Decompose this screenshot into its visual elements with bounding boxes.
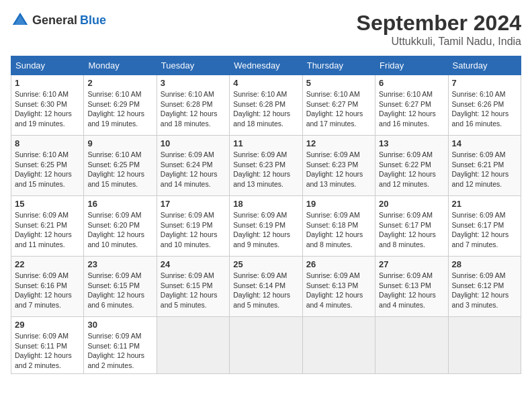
day-number: 9	[87, 138, 152, 148]
day-number: 5	[306, 78, 371, 88]
calendar-cell: 10Sunrise: 6:09 AMSunset: 6:24 PMDayligh…	[157, 136, 229, 196]
day-info: Sunrise: 6:09 AMSunset: 6:12 PMDaylight:…	[452, 271, 517, 310]
day-number: 6	[379, 78, 444, 88]
calendar-cell: 9Sunrise: 6:10 AMSunset: 6:25 PMDaylight…	[84, 136, 157, 196]
day-info: Sunrise: 6:09 AMSunset: 6:13 PMDaylight:…	[379, 271, 444, 310]
day-info: Sunrise: 6:09 AMSunset: 6:14 PMDaylight:…	[233, 271, 298, 310]
day-info: Sunrise: 6:09 AMSunset: 6:18 PMDaylight:…	[306, 210, 371, 250]
calendar-cell: 4Sunrise: 6:10 AMSunset: 6:28 PMDaylight…	[230, 75, 302, 136]
calendar-cell: 29Sunrise: 6:09 AMSunset: 6:11 PMDayligh…	[11, 317, 84, 374]
day-info: Sunrise: 6:09 AMSunset: 6:22 PMDaylight:…	[379, 150, 444, 189]
calendar-cell: 14Sunrise: 6:09 AMSunset: 6:21 PMDayligh…	[448, 136, 521, 196]
logo-general-text: General	[32, 13, 77, 28]
day-number: 18	[233, 199, 298, 209]
calendar-cell: 26Sunrise: 6:09 AMSunset: 6:13 PMDayligh…	[302, 257, 375, 317]
calendar-cell: 8Sunrise: 6:10 AMSunset: 6:25 PMDaylight…	[11, 136, 84, 196]
calendar-cell: 13Sunrise: 6:09 AMSunset: 6:22 PMDayligh…	[375, 136, 448, 196]
day-number: 16	[87, 199, 152, 209]
calendar-cell: 17Sunrise: 6:09 AMSunset: 6:19 PMDayligh…	[157, 196, 229, 257]
day-number: 26	[306, 259, 371, 269]
calendar-week-row: 15Sunrise: 6:09 AMSunset: 6:21 PMDayligh…	[11, 196, 521, 257]
day-info: Sunrise: 6:10 AMSunset: 6:28 PMDaylight:…	[161, 89, 226, 129]
day-info: Sunrise: 6:10 AMSunset: 6:27 PMDaylight:…	[379, 89, 444, 129]
day-number: 14	[452, 138, 517, 148]
day-info: Sunrise: 6:09 AMSunset: 6:16 PMDaylight:…	[15, 271, 80, 310]
day-number: 21	[452, 199, 517, 209]
day-info: Sunrise: 6:10 AMSunset: 6:25 PMDaylight:…	[15, 150, 80, 189]
day-number: 12	[306, 138, 371, 148]
calendar-cell: 18Sunrise: 6:09 AMSunset: 6:19 PMDayligh…	[230, 196, 302, 257]
calendar-cell	[157, 317, 229, 374]
day-number: 1	[15, 78, 80, 88]
calendar-cell	[375, 317, 448, 374]
day-number: 29	[15, 320, 80, 330]
calendar-cell	[230, 317, 302, 374]
weekday-header-wednesday: Wednesday	[230, 56, 302, 75]
calendar-cell: 12Sunrise: 6:09 AMSunset: 6:23 PMDayligh…	[302, 136, 375, 196]
day-info: Sunrise: 6:09 AMSunset: 6:19 PMDaylight:…	[233, 210, 298, 250]
calendar-week-row: 1Sunrise: 6:10 AMSunset: 6:30 PMDaylight…	[11, 75, 521, 136]
day-info: Sunrise: 6:09 AMSunset: 6:11 PMDaylight:…	[15, 331, 80, 371]
day-info: Sunrise: 6:09 AMSunset: 6:24 PMDaylight:…	[161, 150, 226, 189]
calendar-cell: 22Sunrise: 6:09 AMSunset: 6:16 PMDayligh…	[11, 257, 84, 317]
day-number: 30	[87, 320, 152, 330]
calendar-week-row: 8Sunrise: 6:10 AMSunset: 6:25 PMDaylight…	[11, 136, 521, 196]
day-number: 13	[379, 138, 444, 148]
day-info: Sunrise: 6:10 AMSunset: 6:29 PMDaylight:…	[87, 89, 152, 129]
weekday-header-sunday: Sunday	[11, 56, 84, 75]
calendar-cell: 7Sunrise: 6:10 AMSunset: 6:26 PMDaylight…	[448, 75, 521, 136]
calendar-cell: 3Sunrise: 6:10 AMSunset: 6:28 PMDaylight…	[157, 75, 229, 136]
weekday-header-row: SundayMondayTuesdayWednesdayThursdayFrid…	[11, 56, 521, 75]
day-number: 8	[15, 138, 80, 148]
day-number: 10	[161, 138, 226, 148]
calendar-cell: 16Sunrise: 6:09 AMSunset: 6:20 PMDayligh…	[84, 196, 157, 257]
weekday-header-thursday: Thursday	[302, 56, 375, 75]
calendar-cell	[448, 317, 521, 374]
day-info: Sunrise: 6:09 AMSunset: 6:17 PMDaylight:…	[379, 210, 444, 250]
calendar-cell: 5Sunrise: 6:10 AMSunset: 6:27 PMDaylight…	[302, 75, 375, 136]
day-info: Sunrise: 6:09 AMSunset: 6:17 PMDaylight:…	[452, 210, 517, 250]
day-number: 3	[161, 78, 226, 88]
title-block: September 2024 Uttukkuli, Tamil Nadu, In…	[357, 11, 521, 48]
weekday-header-tuesday: Tuesday	[157, 56, 229, 75]
calendar-cell: 27Sunrise: 6:09 AMSunset: 6:13 PMDayligh…	[375, 257, 448, 317]
calendar-cell: 19Sunrise: 6:09 AMSunset: 6:18 PMDayligh…	[302, 196, 375, 257]
calendar-cell: 1Sunrise: 6:10 AMSunset: 6:30 PMDaylight…	[11, 75, 84, 136]
calendar-cell: 15Sunrise: 6:09 AMSunset: 6:21 PMDayligh…	[11, 196, 84, 257]
day-number: 24	[161, 259, 226, 269]
calendar-table: SundayMondayTuesdayWednesdayThursdayFrid…	[11, 56, 521, 374]
day-info: Sunrise: 6:09 AMSunset: 6:23 PMDaylight:…	[306, 150, 371, 189]
day-number: 4	[233, 78, 298, 88]
logo-blue-text: Blue	[80, 13, 106, 28]
calendar-cell: 11Sunrise: 6:09 AMSunset: 6:23 PMDayligh…	[230, 136, 302, 196]
calendar-cell: 25Sunrise: 6:09 AMSunset: 6:14 PMDayligh…	[230, 257, 302, 317]
day-info: Sunrise: 6:09 AMSunset: 6:11 PMDaylight:…	[87, 331, 152, 371]
calendar-cell: 24Sunrise: 6:09 AMSunset: 6:15 PMDayligh…	[157, 257, 229, 317]
day-number: 17	[161, 199, 226, 209]
day-info: Sunrise: 6:09 AMSunset: 6:21 PMDaylight:…	[452, 150, 517, 189]
calendar-cell	[302, 317, 375, 374]
day-number: 25	[233, 259, 298, 269]
calendar-week-row: 29Sunrise: 6:09 AMSunset: 6:11 PMDayligh…	[11, 317, 521, 374]
day-number: 22	[15, 259, 80, 269]
day-number: 28	[452, 259, 517, 269]
day-number: 2	[87, 78, 152, 88]
calendar-week-row: 22Sunrise: 6:09 AMSunset: 6:16 PMDayligh…	[11, 257, 521, 317]
weekday-header-monday: Monday	[84, 56, 157, 75]
day-number: 7	[452, 78, 517, 88]
day-info: Sunrise: 6:09 AMSunset: 6:23 PMDaylight:…	[233, 150, 298, 189]
weekday-header-friday: Friday	[375, 56, 448, 75]
calendar-cell: 30Sunrise: 6:09 AMSunset: 6:11 PMDayligh…	[84, 317, 157, 374]
day-number: 11	[233, 138, 298, 148]
day-number: 20	[379, 199, 444, 209]
day-info: Sunrise: 6:09 AMSunset: 6:19 PMDaylight:…	[161, 210, 226, 250]
weekday-header-saturday: Saturday	[448, 56, 521, 75]
day-info: Sunrise: 6:10 AMSunset: 6:25 PMDaylight:…	[87, 150, 152, 189]
calendar-cell: 23Sunrise: 6:09 AMSunset: 6:15 PMDayligh…	[84, 257, 157, 317]
day-info: Sunrise: 6:09 AMSunset: 6:13 PMDaylight:…	[306, 271, 371, 310]
day-info: Sunrise: 6:09 AMSunset: 6:15 PMDaylight:…	[87, 271, 152, 310]
calendar-cell: 28Sunrise: 6:09 AMSunset: 6:12 PMDayligh…	[448, 257, 521, 317]
day-info: Sunrise: 6:09 AMSunset: 6:21 PMDaylight:…	[15, 210, 80, 250]
day-info: Sunrise: 6:10 AMSunset: 6:28 PMDaylight:…	[233, 89, 298, 129]
day-info: Sunrise: 6:10 AMSunset: 6:26 PMDaylight:…	[452, 89, 517, 129]
